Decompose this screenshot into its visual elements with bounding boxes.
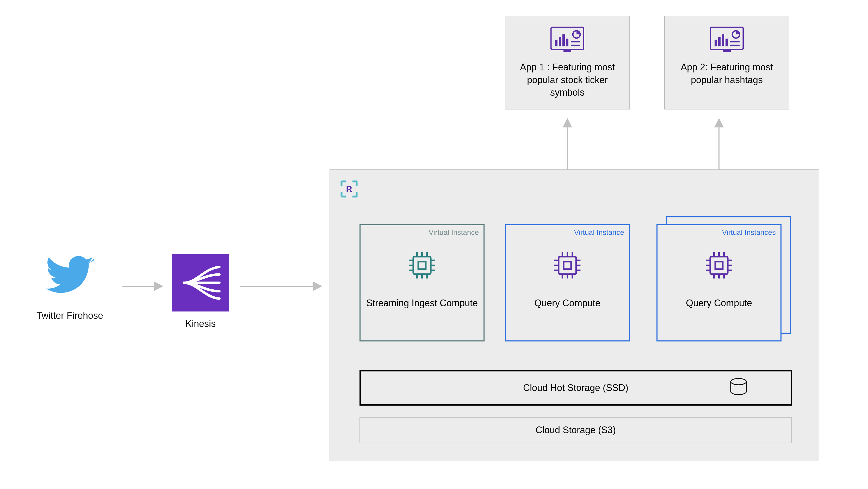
vi-ingest-title: Streaming Ingest Compute [366,298,478,309]
cpu-chip-icon [406,250,438,282]
app2-box: App 2: Featuring most popular hashtags [664,16,789,110]
svg-rect-11 [562,34,565,47]
twitter-icon [38,250,101,304]
cpu-chip-icon [552,250,583,282]
cpu-chip-icon [703,250,735,282]
vi-ingest-badge: Virtual Instance [429,228,479,237]
svg-rect-12 [566,38,568,47]
svg-rect-8 [563,50,571,52]
rockset-icon: R [340,180,358,199]
svg-rect-10 [559,37,561,47]
dashboard-icon [551,27,584,54]
vi-ingest: Virtual Instance Streaming Ingest Comput… [360,224,485,342]
storage-hot: Cloud Hot Storage (SSD) [360,370,792,406]
diagram-canvas: Twitter Firehose Kinesis [0,0,868,489]
svg-rect-41 [564,262,571,269]
svg-rect-27 [418,262,426,269]
vi-query1-badge: Virtual Instance [574,228,624,237]
svg-rect-21 [725,38,728,47]
vi-query2-title: Query Compute [686,298,752,309]
vi-query1: Virtual Instance Query Compute [505,224,630,342]
storage-cold: Cloud Storage (S3) [360,417,792,443]
vi-query2-badge: Virtual Instances [722,228,776,237]
vi-query1-title: Query Compute [534,298,600,309]
storage-hot-label: Cloud Hot Storage (SSD) [523,382,628,393]
disk-icon [728,376,749,400]
svg-rect-40 [559,257,576,274]
svg-rect-54 [710,257,727,274]
app1-label: App 1 : Featuring most popular stock tic… [513,61,622,99]
app1-box: App 1 : Featuring most popular stock tic… [505,16,630,110]
source-twitter-label: Twitter Firehose [36,310,103,321]
svg-rect-17 [723,50,731,52]
svg-text:R: R [346,184,352,194]
source-kinesis-label: Kinesis [185,318,216,329]
svg-rect-26 [413,257,431,274]
svg-rect-18 [715,40,717,47]
svg-rect-19 [718,37,720,47]
svg-rect-55 [715,262,723,269]
app2-label: App 2: Featuring most popular hashtags [673,61,781,86]
vi-query2: Virtual Instances Query Compute [656,224,781,342]
kinesis-icon [172,254,229,312]
storage-cold-label: Cloud Storage (S3) [536,425,616,436]
svg-point-68 [731,378,746,385]
svg-rect-9 [555,40,557,47]
source-twitter: Twitter Firehose [36,250,103,321]
source-kinesis: Kinesis [172,254,229,329]
svg-rect-20 [722,34,724,47]
dashboard-icon [710,27,744,54]
